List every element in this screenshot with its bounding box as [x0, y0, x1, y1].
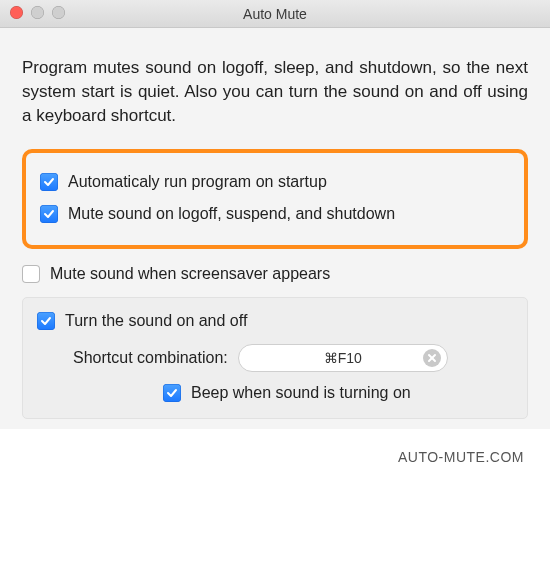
content: Program mutes sound on logoff, sleep, an…	[0, 28, 550, 429]
footer-text: AUTO-MUTE.COM	[0, 429, 550, 469]
clear-shortcut-icon[interactable]	[423, 349, 441, 367]
shortcut-value: ⌘F10	[324, 350, 362, 366]
beep-row[interactable]: Beep when sound is turning on	[163, 384, 513, 402]
checkbox-icon[interactable]	[22, 265, 40, 283]
preferences-window: Auto Mute Program mutes sound on logoff,…	[0, 0, 550, 429]
titlebar: Auto Mute	[0, 0, 550, 28]
checkbox-icon[interactable]	[163, 384, 181, 402]
shortcut-row: Shortcut combination: ⌘F10	[73, 344, 513, 372]
close-icon[interactable]	[10, 6, 23, 19]
highlight-box: Automaticaly run program on startup Mute…	[22, 149, 528, 249]
description-text: Program mutes sound on logoff, sleep, an…	[22, 56, 528, 127]
zoom-icon	[52, 6, 65, 19]
run-on-startup-label: Automaticaly run program on startup	[68, 173, 327, 191]
shortcut-combo-label: Shortcut combination:	[73, 349, 228, 367]
mute-on-screensaver-label: Mute sound when screensaver appears	[50, 265, 330, 283]
checkbox-icon[interactable]	[40, 205, 58, 223]
beep-label: Beep when sound is turning on	[191, 384, 411, 402]
toggle-sound-label: Turn the sound on and off	[65, 312, 247, 330]
shortcut-panel: Turn the sound on and off Shortcut combi…	[22, 297, 528, 419]
mute-on-screensaver-row[interactable]: Mute sound when screensaver appears	[22, 265, 528, 283]
traffic-lights	[10, 6, 65, 19]
mute-on-logoff-row[interactable]: Mute sound on logoff, suspend, and shutd…	[40, 205, 510, 223]
minimize-icon	[31, 6, 44, 19]
run-on-startup-row[interactable]: Automaticaly run program on startup	[40, 173, 510, 191]
mute-on-logoff-label: Mute sound on logoff, suspend, and shutd…	[68, 205, 395, 223]
checkbox-icon[interactable]	[37, 312, 55, 330]
checkbox-icon[interactable]	[40, 173, 58, 191]
shortcut-input[interactable]: ⌘F10	[238, 344, 448, 372]
toggle-sound-row[interactable]: Turn the sound on and off	[37, 312, 513, 330]
window-title: Auto Mute	[243, 6, 307, 22]
